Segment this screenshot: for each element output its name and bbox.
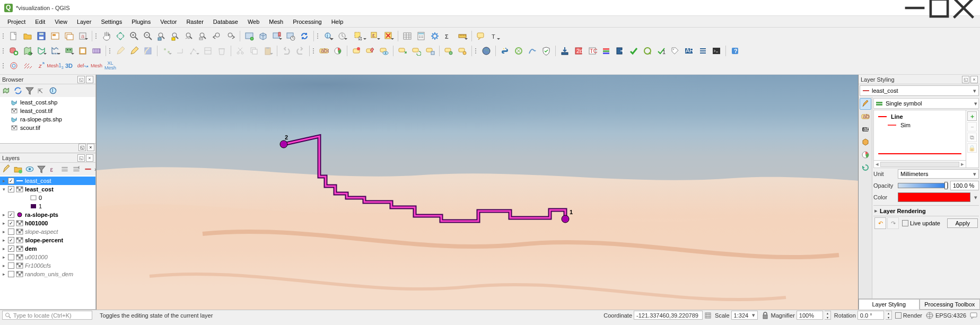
plugin-layers-button[interactable] [600,45,612,57]
styling-tab-3d[interactable] [860,136,871,148]
layer-expand-toggle[interactable]: ▸ [1,254,6,260]
browser-collapse-button[interactable]: ⇱ [36,85,47,96]
plugin-arr-button[interactable]: ARR [682,45,695,57]
rotation-field[interactable]: 0.0 ° [858,311,884,320]
window-maximize-button[interactable] [927,0,951,16]
refresh-button[interactable] [298,30,311,42]
field-calculator-button[interactable] [415,30,427,42]
rotation-spinner[interactable]: ▴▾ [886,311,892,320]
render-checkbox[interactable] [895,312,902,319]
new-map-view-button[interactable] [243,30,256,42]
layer-expand-toggle[interactable]: ▸ [1,263,6,268]
styling-tab-masks[interactable]: abc [860,124,871,135]
layer-row[interactable]: ▸random_unis_dem [0,270,95,278]
toggle-editing-button[interactable] [128,45,141,57]
pan-to-selection-button[interactable] [114,30,127,42]
map-tips-button[interactable] [475,30,487,42]
measure-button[interactable] [456,30,469,42]
magnifier-field[interactable]: 100% [797,311,823,320]
layer-visibility-checkbox[interactable] [8,262,14,269]
layer-row[interactable]: 0 [0,194,95,202]
new-virtual-layer-button[interactable] [63,45,75,57]
layers-style-button[interactable] [1,164,12,174]
statistics-button[interactable]: Σ [442,30,455,42]
move-label-button[interactable] [396,45,409,57]
new-print-layout-button[interactable] [49,30,62,42]
styling-undo-button[interactable]: ↶ [874,217,886,229]
layers-tree[interactable]: ▸least_cost▾least_cost01▸ra-slope-pts▸h0… [0,175,95,309]
browser-close2-button[interactable]: × [87,144,94,151]
browser-tree[interactable]: least_cost.shp least_cost.tif ra-slope-p… [0,97,95,143]
layers-collapse-button[interactable] [71,164,82,174]
layer-row[interactable]: ▸u001000 [0,253,95,261]
layer-visibility-checkbox[interactable] [8,186,14,192]
color-picker[interactable] [898,192,970,202]
open-attribute-table-button[interactable] [401,30,414,42]
layer-row[interactable]: ▸dem [0,244,95,253]
toolbar-grip[interactable] [475,45,478,57]
zoom-to-layer-button[interactable] [183,30,196,42]
open-project-button[interactable] [21,30,34,42]
menu-raster[interactable]: Raster [182,17,207,26]
layer-expand-toggle[interactable]: ▸ [1,238,6,243]
select-features-button[interactable] [349,30,368,42]
new-project-button[interactable] [7,30,20,42]
lock-symbol-layer-button[interactable]: 🔒 [967,143,977,153]
live-update-checkbox[interactable] [902,220,908,226]
label-abc-button[interactable]: abc [318,45,330,57]
layer-expand-toggle[interactable]: ▾ [1,187,6,192]
plugin-osm-button[interactable] [512,45,525,57]
window-minimize-button[interactable] [903,0,927,16]
zoom-next-button[interactable] [224,30,237,42]
menu-vector[interactable]: Vector [156,17,181,26]
new-shapefile-button[interactable] [35,45,48,57]
annotation-text-button[interactable]: T [488,30,501,42]
zoom-last-button[interactable] [211,30,223,42]
layer-expand-toggle[interactable]: ▸ [1,229,6,234]
add-symbol-layer-button[interactable]: ＋ [967,111,977,121]
label-toolbar-btn-a[interactable] [442,45,455,57]
new-bookmark-button[interactable] [270,30,283,42]
mesh-contours-button[interactable] [7,59,20,72]
menu-mesh[interactable]: Mesh [265,17,287,26]
plugin-terminal-button[interactable] [710,45,723,57]
save-edits-button[interactable] [142,45,154,57]
opacity-slider[interactable] [898,183,948,188]
plugin-import-button[interactable] [614,45,626,57]
menu-settings[interactable]: Settings [97,17,126,26]
toolbar-grip[interactable] [317,30,320,42]
symbol-scroll-left[interactable]: ◂ [874,161,880,168]
python-console-button[interactable] [498,45,511,57]
layer-row[interactable]: ▸Fr1000cfs [0,261,95,270]
plugin-bcf-button[interactable]: 2d [572,45,585,57]
layers-filter-button[interactable] [36,164,47,174]
zoom-full-button[interactable] [155,30,168,42]
modify-attributes-button[interactable] [202,45,214,57]
rotate-label-button[interactable] [410,45,423,57]
layer-visibility-checkbox[interactable] [8,178,14,184]
duplicate-symbol-layer-button[interactable]: ⧉ [967,133,977,142]
layer-row[interactable]: ▸slope-percent [0,236,95,244]
pin-labels-button[interactable] [364,45,377,57]
style-manager-button[interactable]: a [76,30,89,42]
crs-label[interactable]: EPSG:4326 [935,312,966,319]
apply-button[interactable]: Apply [947,218,978,228]
toolbar-grip[interactable] [95,30,98,42]
actions-button[interactable] [336,30,348,42]
zoom-out-button[interactable] [142,30,154,42]
plugin-q-button[interactable] [641,45,654,57]
mesh-xl-button[interactable]: XLMesh [104,59,117,72]
coord-toggle-icon[interactable] [704,312,712,319]
layer-visibility-checkbox[interactable] [8,245,14,252]
layer-row[interactable]: ▸least_cost [0,177,95,185]
remove-symbol-layer-button[interactable]: － [967,122,977,131]
menu-layer[interactable]: Layer [73,17,96,26]
layers-undock-button[interactable]: ◱ [77,154,85,162]
redo-button[interactable] [294,45,307,57]
mesh-arrow-button[interactable]: Mesh [90,59,103,72]
coord-field[interactable]: -121.337460,39.220789 [634,311,703,320]
browser-properties-button[interactable]: i [48,85,58,96]
menu-database[interactable]: Database [209,17,242,26]
layer-visibility-checkbox[interactable] [8,212,14,218]
toolbar-grip[interactable] [2,45,5,57]
